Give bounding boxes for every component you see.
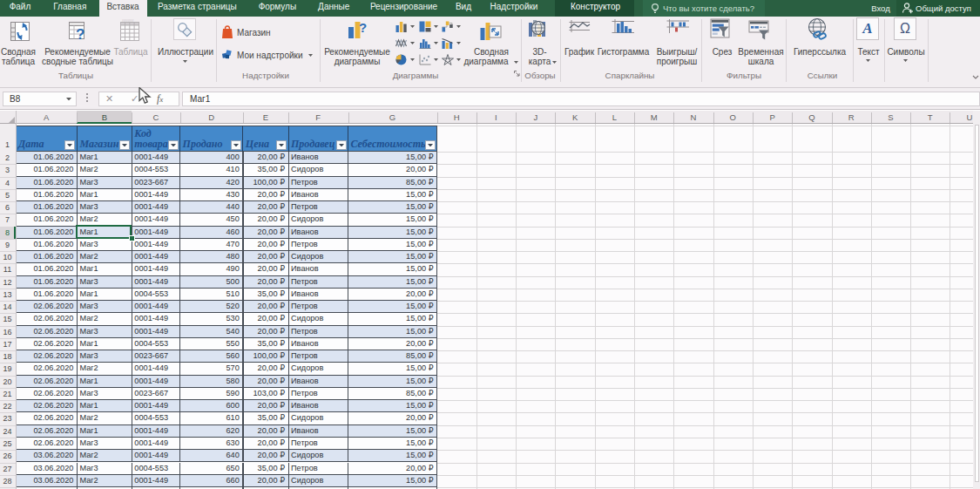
svg-text:?: ?: [359, 20, 367, 35]
svg-text:########: ########: [122, 19, 134, 23]
svg-text:?: ?: [76, 26, 84, 42]
